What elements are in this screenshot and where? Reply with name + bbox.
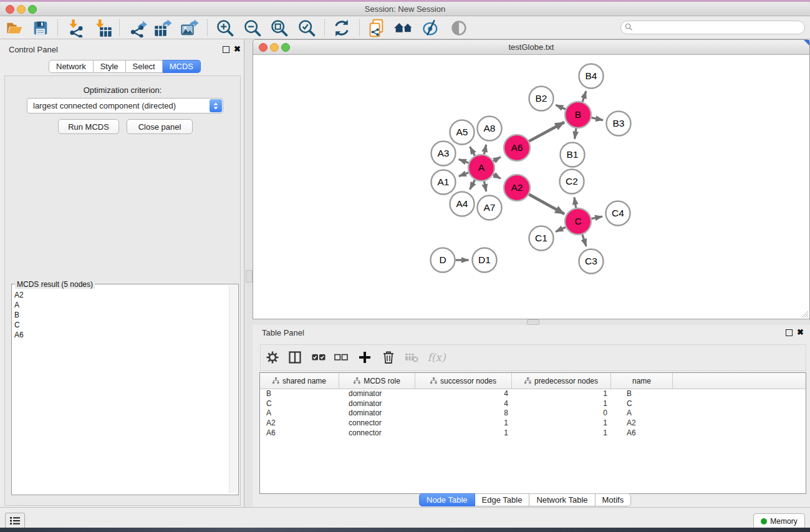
graph-edge-A-A7[interactable]: [484, 181, 486, 191]
save-session-icon[interactable]: [30, 18, 51, 37]
run-mcds-button[interactable]: Run MCDS: [58, 119, 119, 134]
add-column-icon[interactable]: [355, 349, 374, 366]
graph-edge-B-B2[interactable]: [556, 105, 566, 109]
graph-edge-A6-B[interactable]: [529, 122, 564, 142]
zoom-fit-icon[interactable]: [269, 18, 290, 37]
network-window-titlebar[interactable]: testGlobe.txt: [253, 40, 809, 55]
tab-select[interactable]: Select: [126, 60, 163, 73]
control-panel-title: Control Panel: [9, 45, 58, 54]
graph-edge-A-A1[interactable]: [459, 173, 469, 177]
close-panel-icon[interactable]: ✖: [234, 46, 241, 53]
table-cell: 1: [512, 418, 611, 427]
window-resize-grip[interactable]: [800, 309, 808, 317]
graph-node-label: D: [439, 254, 446, 265]
open-session-icon[interactable]: [4, 18, 25, 37]
delete-column-icon[interactable]: [402, 349, 421, 366]
zoom-in-icon[interactable]: [215, 18, 236, 37]
import-table-icon[interactable]: [93, 18, 114, 37]
hide-graphics-details-icon[interactable]: [448, 18, 470, 37]
task-history-list-icon[interactable]: [5, 513, 25, 529]
network-graph-canvas[interactable]: AA6A2BCA5A8A3A1A4A7B2B4B3B1C2C4C1C3DD1: [253, 55, 808, 318]
tab-style[interactable]: Style: [94, 60, 126, 73]
column-header-predecessor-nodes[interactable]: predecessor nodes: [512, 373, 611, 389]
column-header-name[interactable]: name: [611, 373, 673, 389]
graph-edge-C-C4[interactable]: [592, 216, 602, 219]
graph-node-label: B3: [613, 118, 625, 128]
first-neighbors-icon[interactable]: [393, 18, 414, 37]
graph-edge-C-C1[interactable]: [556, 227, 566, 231]
export-image-icon[interactable]: [179, 18, 200, 37]
select-all-icon[interactable]: [309, 349, 328, 366]
show-graphics-details-icon[interactable]: [420, 18, 441, 37]
table-row[interactable]: A2connector11A2: [260, 418, 806, 428]
table-row[interactable]: Adominator80A: [260, 409, 806, 418]
tab-mcds[interactable]: MCDS: [163, 60, 201, 73]
import-network-icon[interactable]: [65, 18, 86, 37]
close-panel-button[interactable]: Close panel: [127, 119, 193, 134]
mcds-result-item[interactable]: A: [14, 300, 24, 310]
mcds-result-title: MCDS result (5 nodes): [15, 280, 95, 289]
table-float-panel-icon[interactable]: [786, 329, 793, 336]
export-table-icon[interactable]: [152, 18, 173, 37]
table-cell: C: [260, 399, 339, 408]
graph-edge-A2-C[interactable]: [529, 195, 564, 214]
zoom-out-icon[interactable]: [242, 18, 263, 37]
mcds-result-item[interactable]: C: [14, 320, 24, 330]
table-cell: 1: [512, 389, 611, 398]
horizontal-split-handle[interactable]: [527, 319, 539, 325]
tab-network-table[interactable]: Network Table: [529, 493, 595, 506]
desktop-edge-bottom: [0, 528, 810, 532]
zoom-selected-icon[interactable]: [296, 18, 317, 37]
column-header-MCDS-role[interactable]: MCDS role: [339, 373, 415, 389]
table-row[interactable]: Bdominator41B: [260, 389, 806, 399]
graph-edge-C-C2[interactable]: [574, 197, 576, 208]
graph-edge-B-B3[interactable]: [592, 118, 604, 120]
table-row[interactable]: Cdominator41C: [260, 399, 806, 409]
graph-edge-A-A4[interactable]: [470, 180, 475, 189]
mcds-result-item[interactable]: A6: [14, 330, 24, 340]
graph-edge-A-A2[interactable]: [493, 175, 501, 179]
graph-edge-A-A8[interactable]: [484, 145, 486, 155]
table-row[interactable]: A6connector11A6: [260, 428, 806, 438]
unselect-all-icon[interactable]: [332, 349, 350, 366]
graph-edge-A-A6[interactable]: [493, 157, 501, 162]
apply-layout-icon[interactable]: [331, 18, 352, 37]
toolbar-separator: [207, 19, 208, 36]
graph-edge-C-C3[interactable]: [582, 235, 586, 246]
column-header-shared-name[interactable]: shared name: [260, 373, 339, 389]
criterion-dropdown[interactable]: largest connected component (directed): [27, 98, 223, 114]
show-columns-icon[interactable]: [286, 349, 304, 366]
table-cell: A6: [260, 428, 339, 437]
column-header-filler: [673, 373, 806, 389]
table-settings-gear-icon[interactable]: [263, 349, 282, 366]
dropdown-stepper-icon: [210, 99, 222, 112]
graph-node-label: A7: [484, 202, 496, 213]
vertical-split-handle[interactable]: [246, 270, 253, 283]
tab-edge-table[interactable]: Edge Table: [475, 493, 530, 506]
graph-edge-A-A5[interactable]: [470, 147, 475, 155]
graph-node-label: B: [575, 109, 581, 120]
mcds-result-scrollbar[interactable]: [229, 285, 238, 493]
graph-edge-B-B1[interactable]: [575, 128, 576, 139]
search-input[interactable]: [620, 21, 805, 34]
duplicate-network-icon[interactable]: [366, 18, 387, 37]
table-cell: A: [611, 409, 673, 417]
tab-motifs[interactable]: Motifs: [595, 493, 632, 506]
table-close-panel-icon[interactable]: ✖: [797, 329, 804, 336]
graph-node-label: C3: [585, 256, 597, 266]
graph-edge-A-A3[interactable]: [459, 159, 469, 163]
memory-button[interactable]: Memory: [753, 513, 805, 529]
memory-label: Memory: [770, 517, 797, 526]
delete-row-trash-icon[interactable]: [379, 349, 398, 366]
graph-edge-B-B4[interactable]: [582, 91, 586, 102]
tab-network[interactable]: Network: [49, 60, 94, 73]
column-header-successor-nodes[interactable]: successor nodes: [415, 373, 512, 389]
tab-node-table[interactable]: Node Table: [419, 493, 475, 506]
mcds-result-item[interactable]: B: [14, 310, 24, 320]
mcds-tab-content: Optimization criterion: largest connecte…: [4, 75, 241, 506]
mcds-result-item[interactable]: A2: [14, 290, 24, 300]
export-network-icon[interactable]: [128, 18, 149, 37]
app-titlebar[interactable]: Session: New Session: [0, 2, 810, 16]
float-panel-icon[interactable]: [223, 46, 229, 53]
function-builder-icon[interactable]: f(x): [424, 349, 449, 366]
